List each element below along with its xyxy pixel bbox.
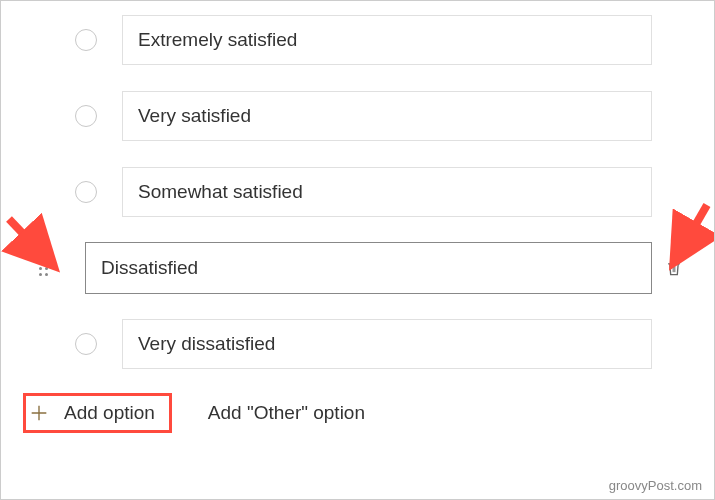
add-other-button[interactable]: Add "Other" option [208,396,365,430]
option-label: Dissatisfied [101,257,198,279]
option-row-selected[interactable]: Dissatisfied [1,237,714,299]
option-input[interactable]: Very dissatisfied [122,319,652,369]
option-label: Very satisfied [138,105,251,127]
add-option-label: Add option [64,402,155,424]
add-option-button[interactable]: Add option [23,393,172,433]
option-input[interactable]: Extremely satisfied [122,15,652,65]
radio-icon [75,333,97,355]
add-other-label: Add "Other" option [208,402,365,423]
option-input[interactable]: Very satisfied [122,91,652,141]
radio-icon [75,29,97,51]
option-label: Somewhat satisfied [138,181,303,203]
option-label: Extremely satisfied [138,29,297,51]
option-label: Very dissatisfied [138,333,275,355]
plus-icon [28,402,50,424]
option-row[interactable]: Very dissatisfied [1,313,714,375]
drag-handle-icon[interactable] [31,261,55,276]
radio-icon [75,105,97,127]
watermark-text: groovyPost.com [609,478,702,493]
action-buttons: Add option Add "Other" option [1,393,714,433]
option-row[interactable]: Extremely satisfied [1,9,714,71]
option-input[interactable]: Somewhat satisfied [122,167,652,217]
option-input[interactable]: Dissatisfied [85,242,652,294]
trash-icon[interactable] [664,256,684,280]
options-list: Extremely satisfied Very satisfied Somew… [1,1,714,375]
radio-icon [75,181,97,203]
option-row[interactable]: Somewhat satisfied [1,161,714,223]
option-row[interactable]: Very satisfied [1,85,714,147]
